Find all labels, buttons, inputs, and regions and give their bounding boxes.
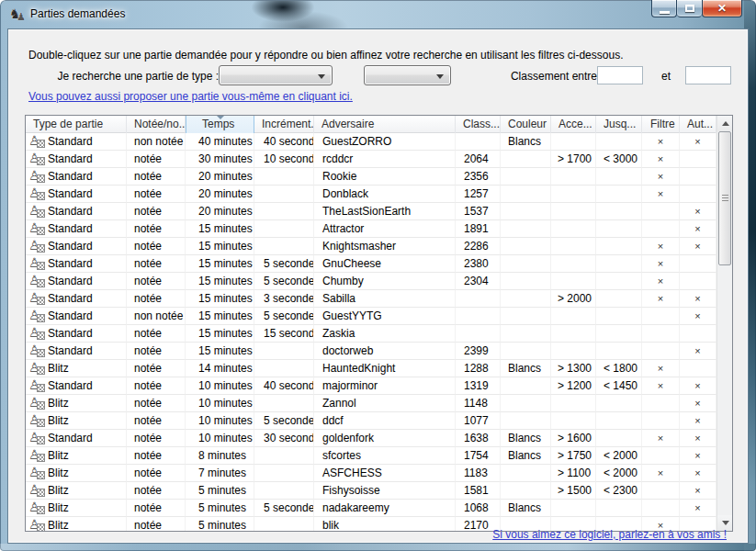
cell-aut: ×	[680, 133, 717, 151]
table-row[interactable]: ♙Standardnotée15 minutesdoctorweb2399×	[26, 343, 717, 360]
table-row[interactable]: ♙Standardnotée10 minutes40 second...majo…	[26, 377, 717, 395]
cell-classement: 1638	[456, 430, 501, 447]
cell-adversaire: Zannol	[314, 395, 456, 412]
cell-jusq	[596, 395, 642, 412]
column-header-filtre[interactable]: Filtre	[642, 116, 680, 133]
cell-increment	[254, 343, 314, 360]
table-row[interactable]: ♙Blitznotée7 minutesASFCHESS1183> 1100< …	[26, 465, 717, 482]
cell-adversaire: ASFCHESS	[314, 465, 456, 482]
column-header-acce[interactable]: Acce...	[551, 116, 596, 133]
cell-filtre	[642, 447, 680, 465]
table-row[interactable]: ♙Standardnotée30 minutes10 second...rcdd…	[26, 151, 717, 168]
column-header-aut[interactable]: Aut...	[680, 116, 717, 133]
chess-pawn-board-icon: ♙	[28, 274, 47, 288]
cell-couleur: Blancs	[501, 430, 551, 447]
cell-acce: > 1300	[551, 360, 596, 377]
cell-aut: ×	[680, 412, 717, 430]
secondary-select[interactable]	[364, 65, 451, 85]
minimize-button[interactable]	[651, 0, 677, 17]
cell-aut	[680, 151, 717, 168]
column-header-notee[interactable]: Notée/no...	[127, 116, 186, 133]
table-row[interactable]: ♙Standardnotée20 minutesRookie2356×	[26, 168, 717, 186]
vertical-scrollbar[interactable]	[717, 116, 732, 531]
table-row[interactable]: ♙Standardnotée15 minutes3 secondesSabill…	[26, 290, 717, 308]
cell-couleur	[501, 308, 551, 325]
cell-filtre: ×	[642, 151, 680, 168]
cell-jusq	[596, 203, 642, 220]
propose-game-link[interactable]: Vous pouvez aussi proposer une partie vo…	[28, 90, 353, 103]
game-type-text: Standard	[48, 238, 93, 254]
column-header-jusq[interactable]: Jusq...	[596, 116, 642, 133]
cell-filtre: ×	[642, 273, 680, 290]
table-row[interactable]: ♙Standardnotée15 minutes15 second...Zask…	[26, 325, 717, 343]
column-header-increment[interactable]: Incrément...	[254, 116, 314, 133]
table-row[interactable]: ♙Standardnotée15 minutes5 secondesGnuChe…	[26, 255, 717, 273]
chess-pawn-board-icon: ♙	[28, 500, 47, 515]
table-row[interactable]: ♙Blitznotée10 minutes5 secondesddcf1077×	[26, 412, 717, 430]
cell-notee: notée	[127, 238, 186, 255]
game-type-text: Blitz	[48, 517, 69, 532]
scrollbar-thumb[interactable]	[718, 131, 731, 265]
table-row[interactable]: ♙Blitznotée10 minutesZannol1148×	[26, 395, 717, 412]
cell-notee: notée	[127, 168, 186, 186]
rating-min-input[interactable]	[597, 66, 643, 84]
chess-pawn-board-icon: ♙	[28, 134, 47, 149]
game-type-select[interactable]	[219, 65, 333, 85]
cell-type: ♙Standard	[26, 308, 127, 325]
cell-type: ♙Standard	[26, 220, 127, 238]
cell-increment: 40 second...	[254, 133, 314, 151]
cell-type: ♙Standard	[26, 377, 127, 395]
table-row[interactable]: ♙Blitznotée5 minutesFishysoisse1581> 150…	[26, 482, 717, 500]
cell-increment: 5 secondes	[254, 500, 314, 517]
cell-jusq	[596, 186, 642, 203]
column-header-type[interactable]: Type de partie	[26, 116, 127, 133]
cell-jusq	[596, 220, 642, 238]
column-header-adversaire[interactable]: Adversaire	[314, 116, 456, 133]
cell-aut: ×	[680, 500, 717, 517]
tell-friends-link[interactable]: Si vous aimez ce logiciel, parlez-en à v…	[492, 528, 727, 541]
cell-jusq	[596, 325, 642, 343]
table-row[interactable]: ♙Standardnotée20 minutesDonblack1257×	[26, 186, 717, 203]
maximize-button[interactable]	[677, 0, 702, 17]
game-type-text: Standard	[48, 273, 93, 289]
scroll-up-button[interactable]	[717, 116, 733, 131]
chess-pawn-board-icon: ♙	[28, 152, 47, 166]
cell-acce	[551, 500, 596, 517]
cell-couleur	[501, 255, 551, 273]
cell-adversaire: blik	[314, 517, 456, 532]
cell-adversaire: Knightsmasher	[314, 238, 456, 255]
rating-max-input[interactable]	[685, 66, 731, 84]
column-header-couleur[interactable]: Couleur	[501, 116, 551, 133]
table-row[interactable]: ♙Standardnotée15 minutesAttractor1891×	[26, 220, 717, 238]
cell-notee: notée	[127, 377, 186, 395]
table-row[interactable]: ♙Blitznotée5 minutes5 secondesnadakareem…	[26, 500, 717, 517]
games-table: Type de partieNotée/no...TempsIncrément.…	[25, 115, 733, 532]
table-row[interactable]: ♙Standardnotée15 minutes5 secondesChumby…	[26, 273, 717, 290]
game-type-text: Standard	[48, 255, 93, 272]
titlebar[interactable]: ♞♟ Parties demandées ✕	[0, 0, 756, 28]
column-header-temps[interactable]: Temps	[186, 116, 254, 133]
sort-descending-icon	[217, 116, 224, 119]
table-row[interactable]: ♙Standardnotée10 minutes30 second...gold…	[26, 430, 717, 447]
chess-pawn-board-icon: ♙	[28, 221, 47, 236]
cell-adversaire: HauntedKnight	[314, 360, 456, 377]
chess-pawn-board-icon: ♙	[28, 413, 47, 428]
cell-acce: > 1600	[551, 430, 596, 447]
game-type-text: Standard	[48, 308, 93, 324]
cell-jusq	[596, 500, 642, 517]
game-type-text: Blitz	[48, 360, 69, 377]
cell-type: ♙Standard	[26, 133, 127, 151]
table-row[interactable]: ♙Standardnon notée40 minutes40 second...…	[26, 133, 717, 151]
table-row[interactable]: ♙Blitznotée8 minutessfcortes1754Blancs> …	[26, 447, 717, 465]
table-row[interactable]: ♙Standardnotée15 minutesKnightsmasher228…	[26, 238, 717, 255]
cell-jusq: < 3000	[596, 151, 642, 168]
table-row[interactable]: ♙Standardnon notée15 minutes5 secondesGu…	[26, 308, 717, 325]
column-header-classement[interactable]: Class...	[456, 116, 501, 133]
cell-classement	[456, 308, 501, 325]
close-button[interactable]: ✕	[702, 0, 742, 17]
cell-increment	[254, 465, 314, 482]
table-row[interactable]: ♙Standardnotée20 minutesTheLastSionEarth…	[26, 203, 717, 220]
cell-couleur	[501, 482, 551, 500]
cell-adversaire: GnuCheese	[314, 255, 456, 273]
table-row[interactable]: ♙Blitznotée14 minutesHauntedKnight1288Bl…	[26, 360, 717, 377]
